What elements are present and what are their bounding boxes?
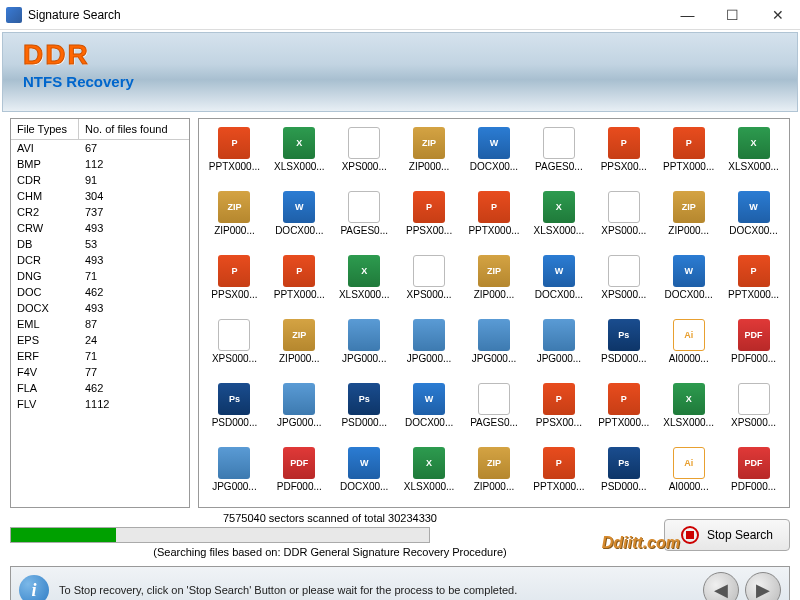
file-item[interactable]: WDOCX00... — [463, 127, 526, 187]
table-row[interactable]: EML87 — [11, 316, 189, 332]
file-item[interactable]: PDFPDF000... — [268, 447, 331, 507]
file-label: ZIP000... — [400, 161, 458, 172]
file-item[interactable]: JPG000... — [268, 383, 331, 443]
file-item[interactable]: PPPSX00... — [527, 383, 590, 443]
file-label: ZIP000... — [270, 353, 328, 364]
app-subtitle: NTFS Recovery — [23, 73, 797, 90]
file-item[interactable]: XXLSX000... — [268, 127, 331, 187]
table-row[interactable]: F4V77 — [11, 364, 189, 380]
file-item[interactable]: JPG000... — [398, 319, 461, 379]
file-item[interactable]: JPG000... — [527, 319, 590, 379]
table-row[interactable]: AVI67 — [11, 140, 189, 156]
file-label: ZIP000... — [205, 225, 263, 236]
table-row[interactable]: DOC462 — [11, 284, 189, 300]
jpg-icon — [218, 447, 250, 479]
header-file-types[interactable]: File Types — [11, 119, 79, 139]
file-item[interactable]: PsPSD000... — [333, 383, 396, 443]
file-item[interactable]: ZIPZIP000... — [657, 191, 720, 251]
header-count[interactable]: No. of files found — [79, 119, 189, 139]
stop-button-label: Stop Search — [707, 528, 773, 542]
table-row[interactable]: CDR91 — [11, 172, 189, 188]
file-item[interactable]: PPPSX00... — [398, 191, 461, 251]
file-item[interactable]: PAGES0... — [463, 383, 526, 443]
file-item[interactable]: PPPTX000... — [203, 127, 266, 187]
file-item[interactable]: ZIPZIP000... — [268, 319, 331, 379]
file-item[interactable]: ZIPZIP000... — [463, 447, 526, 507]
file-item[interactable]: ZIPZIP000... — [463, 255, 526, 315]
jpg-icon — [283, 383, 315, 415]
table-row[interactable]: FLA462 — [11, 380, 189, 396]
file-item[interactable]: AiAI0000... — [657, 319, 720, 379]
file-item[interactable]: WDOCX00... — [722, 191, 785, 251]
file-item[interactable]: XPS000... — [398, 255, 461, 315]
back-button[interactable]: ◀ — [703, 572, 739, 600]
file-item[interactable]: ZIPZIP000... — [398, 127, 461, 187]
file-item[interactable]: PPPSX00... — [203, 255, 266, 315]
table-row[interactable]: CR2737 — [11, 204, 189, 220]
file-item[interactable]: PDFPDF000... — [722, 447, 785, 507]
file-item[interactable]: WDOCX00... — [333, 447, 396, 507]
file-item[interactable]: XPS000... — [203, 319, 266, 379]
file-item[interactable]: XXLSX000... — [333, 255, 396, 315]
stop-search-button[interactable]: Stop Search — [664, 519, 790, 551]
table-row[interactable]: DNG71 — [11, 268, 189, 284]
file-item[interactable]: WDOCX00... — [398, 383, 461, 443]
table-row[interactable]: BMP112 — [11, 156, 189, 172]
xps-icon — [608, 255, 640, 287]
file-item[interactable]: PPPTX000... — [722, 255, 785, 315]
file-item[interactable]: PsPSD000... — [592, 447, 655, 507]
maximize-button[interactable]: ☐ — [710, 0, 755, 30]
file-item[interactable]: ZIPZIP000... — [203, 191, 266, 251]
file-item[interactable]: PsPSD000... — [592, 319, 655, 379]
forward-button[interactable]: ▶ — [745, 572, 781, 600]
file-item[interactable]: WDOCX00... — [527, 255, 590, 315]
table-row[interactable]: EPS24 — [11, 332, 189, 348]
file-item[interactable]: PPPTX000... — [268, 255, 331, 315]
file-item[interactable]: PsPSD000... — [203, 383, 266, 443]
table-row[interactable]: CHM304 — [11, 188, 189, 204]
file-item[interactable]: JPG000... — [203, 447, 266, 507]
minimize-button[interactable]: — — [665, 0, 710, 30]
jpg-icon — [543, 319, 575, 351]
file-item[interactable]: XXLSX000... — [398, 447, 461, 507]
file-item[interactable]: WDOCX00... — [657, 255, 720, 315]
pptx-icon: P — [218, 127, 250, 159]
file-item[interactable]: WDOCX00... — [268, 191, 331, 251]
file-item[interactable]: XXLSX000... — [722, 127, 785, 187]
table-row[interactable]: CRW493 — [11, 220, 189, 236]
file-item[interactable]: XPS000... — [722, 383, 785, 443]
file-item[interactable]: PDFPDF000... — [722, 319, 785, 379]
table-row[interactable]: DB53 — [11, 236, 189, 252]
file-item[interactable]: AiAI0000... — [657, 447, 720, 507]
file-label: PPTX000... — [270, 289, 328, 300]
file-item[interactable]: PAGES0... — [527, 127, 590, 187]
table-row[interactable]: ERF71 — [11, 348, 189, 364]
ai-icon: Ai — [673, 319, 705, 351]
files-panel[interactable]: PPPTX000...XXLSX000...XPS000...ZIPZIP000… — [198, 118, 790, 508]
file-label: PSD000... — [595, 353, 653, 364]
file-item[interactable]: PPPSX00... — [592, 127, 655, 187]
file-grid: PPPTX000...XXLSX000...XPS000...ZIPZIP000… — [203, 127, 785, 507]
table-body[interactable]: AVI67BMP112CDR91CHM304CR2737CRW493DB53DC… — [11, 140, 189, 507]
file-item[interactable]: JPG000... — [463, 319, 526, 379]
info-icon: i — [19, 575, 49, 600]
file-item[interactable]: PPPTX000... — [463, 191, 526, 251]
file-item[interactable]: PPPTX000... — [527, 447, 590, 507]
file-item[interactable]: XXLSX000... — [527, 191, 590, 251]
file-item[interactable]: XXLSX000... — [657, 383, 720, 443]
xps-icon — [608, 191, 640, 223]
file-item[interactable]: XPS000... — [592, 191, 655, 251]
table-row[interactable]: DCR493 — [11, 252, 189, 268]
ppsx-icon: P — [413, 191, 445, 223]
xlsx-icon: X — [543, 191, 575, 223]
table-row[interactable]: FLV1112 — [11, 396, 189, 412]
file-item[interactable]: XPS000... — [592, 255, 655, 315]
file-item[interactable]: PAGES0... — [333, 191, 396, 251]
file-item[interactable]: XPS000... — [333, 127, 396, 187]
close-button[interactable]: ✕ — [755, 0, 800, 30]
file-item[interactable]: PPPTX000... — [657, 127, 720, 187]
table-row[interactable]: DOCX493 — [11, 300, 189, 316]
file-item[interactable]: JPG000... — [333, 319, 396, 379]
file-label: XPS000... — [400, 289, 458, 300]
file-item[interactable]: PPPTX000... — [592, 383, 655, 443]
